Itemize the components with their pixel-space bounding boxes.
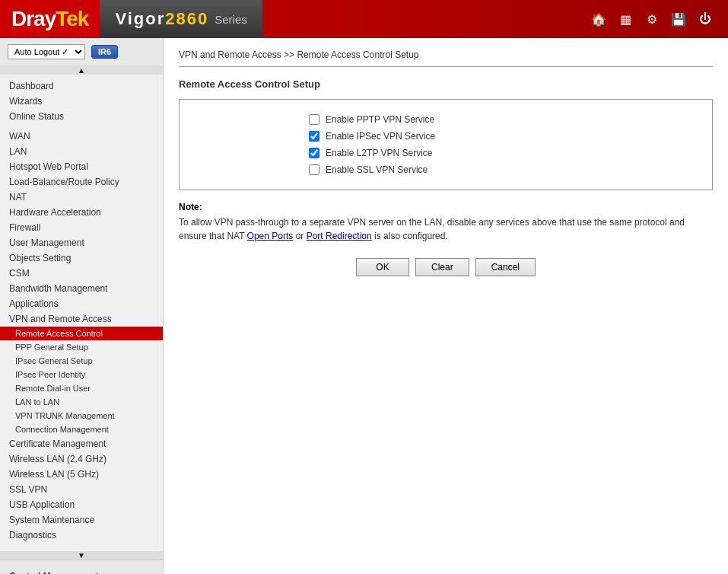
vpn-option-pptp: Enable PPTP VPN Service [309,111,697,128]
vpn-option-ssl: Enable SSL VPN Service [309,161,697,178]
home-icon[interactable]: 🏠 [587,8,610,30]
header-icons: 🏠 ▦ ⚙ 💾 ⏻ [587,8,728,30]
settings-icon[interactable]: ⚙ [641,8,663,30]
sidebar-scroll-down[interactable]: ▼ [0,551,163,560]
sidebar-item-user-mgmt[interactable]: User Management [0,235,163,250]
logout-icon[interactable]: ⏻ [694,8,717,30]
logo-tek: Tek [56,7,88,30]
sidebar-item-hardware-accel[interactable]: Hardware Acceleration [0,205,163,220]
sidebar-top: Auto Logout ✓ IR6 [0,38,163,66]
ipv6-badge: IR6 [91,45,118,59]
sidebar-item-ipsec-general[interactable]: IPsec General Setup [0,354,163,368]
note-text-3: is also configured. [372,231,448,241]
content-area: VPN and Remote Access >> Remote Access C… [164,38,728,574]
ssl-checkbox[interactable] [309,164,319,175]
sidebar-item-firewall[interactable]: Firewall [0,220,163,235]
sidebar-item-connection-mgmt[interactable]: Connection Management [0,423,163,436]
sidebar-item-csm[interactable]: CSM [0,266,163,281]
sidebar-item-remote-access-control[interactable]: Remote Access Control [0,327,163,340]
sidebar-item-wan[interactable]: WAN [0,129,163,144]
sidebar-item-bandwidth[interactable]: Bandwidth Management [0,281,163,296]
sidebar-nav: Dashboard Wizards Online Status WAN LAN … [0,75,163,551]
note-title: Note: [179,202,713,212]
ipsec-checkbox[interactable] [309,131,319,142]
ok-button[interactable]: OK [356,258,409,276]
ipsec-label: Enable IPSec VPN Service [326,131,435,142]
sidebar-item-lan[interactable]: LAN [0,144,163,159]
save-icon[interactable]: 💾 [667,8,690,30]
main-layout: Auto Logout ✓ IR6 ▲ Dashboard Wizards On… [0,38,728,574]
clear-button[interactable]: Clear [415,258,469,276]
sidebar-item-system[interactable]: System Maintenance [0,512,163,528]
open-ports-link[interactable]: Open Ports [247,231,294,241]
model-series: Series [215,13,247,26]
note-text-2: or [293,231,306,241]
sidebar-item-objects[interactable]: Objects Setting [0,250,163,266]
sidebar-item-remote-dial[interactable]: Remote Dial-in User [0,381,163,395]
vpn-options-box: Enable PPTP VPN Service Enable IPSec VPN… [179,99,713,190]
sidebar-item-wireless-5[interactable]: Wireless LAN (5 GHz) [0,467,163,482]
breadcrumb: VPN and Remote Access >> Remote Access C… [179,49,713,67]
sidebar-item-lan-to-lan[interactable]: LAN to LAN [0,395,163,409]
ssl-label: Enable SSL VPN Service [326,164,428,175]
sidebar-item-wireless-24[interactable]: Wireless LAN (2.4 GHz) [0,451,163,467]
port-redirection-link[interactable]: Port Redirection [307,231,372,241]
sidebar-item-dashboard[interactable]: Dashboard [0,78,163,94]
header-left: DrayTek Vigor2860 Series [0,0,262,38]
sidebar-item-online-status[interactable]: Online Status [0,109,163,124]
sidebar-item-vpn-remote[interactable]: VPN and Remote Access [0,311,163,327]
cancel-button[interactable]: Cancel [475,258,536,276]
logo: DrayTek [11,7,88,31]
l2tp-checkbox[interactable] [309,148,319,158]
sidebar-scroll-up[interactable]: ▲ [0,66,163,75]
l2tp-label: Enable L2TP VPN Service [326,148,433,158]
model-area: Vigor2860 Series [100,0,262,38]
vpn-option-l2tp: Enable L2TP VPN Service [309,145,697,161]
sidebar-item-nat[interactable]: NAT [0,190,163,205]
sidebar-item-vpn-trunk[interactable]: VPN TRUNK Management [0,409,163,423]
header: DrayTek Vigor2860 Series 🏠 ▦ ⚙ 💾 ⏻ [0,0,728,38]
sidebar-item-wizards[interactable]: Wizards [0,94,163,109]
pptp-label: Enable PPTP VPN Service [326,114,434,125]
sidebar-item-load-balance[interactable]: Load-Balance/Route Policy [0,174,163,190]
sidebar-item-applications[interactable]: Applications [0,296,163,311]
sidebar-item-ssl-vpn[interactable]: SSL VPN [0,482,163,497]
sidebar-item-ppp-general[interactable]: PPP General Setup [0,340,163,354]
sidebar-item-hotspot[interactable]: Hotspot Web Portal [0,159,163,174]
sidebar-footer: Central Management VPN Switch External D… [0,560,163,574]
note-section: Note: To allow VPN pass-through to a sep… [179,202,713,243]
page-title: Remote Access Control Setup [179,78,713,90]
footer-central-mgmt[interactable]: Central Management [9,566,154,574]
sidebar: Auto Logout ✓ IR6 ▲ Dashboard Wizards On… [0,38,164,574]
button-row: OK Clear Cancel [179,258,713,276]
sidebar-item-diagnostics[interactable]: Diagnostics [0,528,163,543]
vpn-option-ipsec: Enable IPSec VPN Service [309,128,697,145]
auto-logout-select[interactable]: Auto Logout ✓ [8,44,85,59]
sidebar-item-usb[interactable]: USB Application [0,497,163,512]
sidebar-item-ipsec-peer[interactable]: IPsec Peer Identity [0,368,163,381]
logo-area: DrayTek [0,0,100,38]
logo-dray: Dray [11,7,56,30]
pptp-checkbox[interactable] [309,114,319,125]
grid-icon[interactable]: ▦ [614,8,637,30]
model-name: Vigor2860 [115,9,208,29]
sidebar-item-certificate[interactable]: Certificate Management [0,436,163,451]
note-text: To allow VPN pass-through to a separate … [179,215,713,243]
